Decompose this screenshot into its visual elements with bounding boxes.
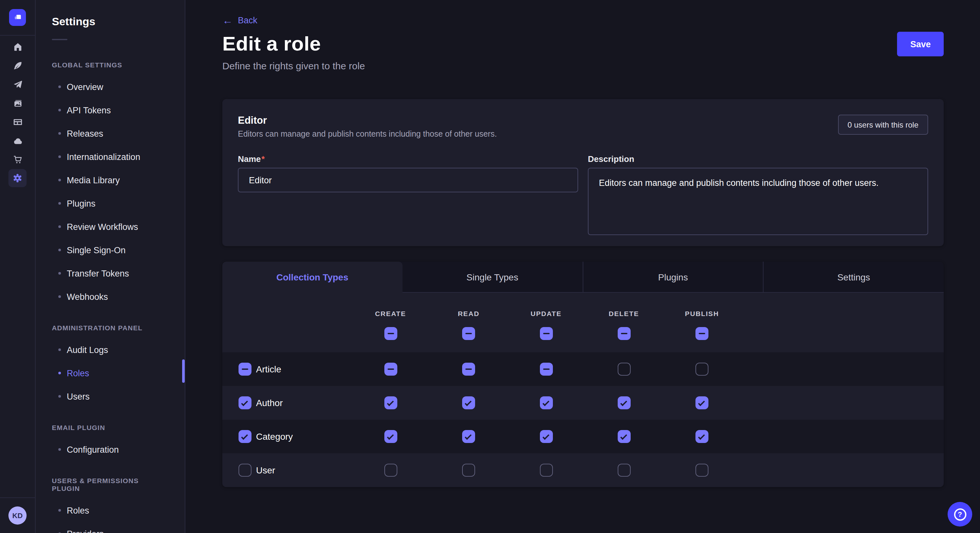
sidebar-item-providers[interactable]: Providers [36, 522, 185, 533]
save-button[interactable]: Save [897, 32, 944, 56]
select-all-update-checkbox[interactable] [539, 327, 552, 340]
column-header-create: CREATE [375, 309, 406, 317]
user-create-checkbox[interactable] [384, 464, 397, 477]
name-label: Name* [238, 154, 578, 164]
author-read-checkbox[interactable] [462, 397, 475, 409]
permissions-table-header: CREATEREADUPDATEDELETEPUBLISH [222, 293, 944, 352]
category-publish-checkbox[interactable] [695, 430, 708, 443]
permission-row-category: Category [222, 420, 944, 453]
column-header-publish: PUBLISH [685, 309, 719, 317]
category-create-checkbox[interactable] [384, 430, 397, 443]
article-delete-checkbox[interactable] [617, 363, 630, 376]
select-all-create-checkbox[interactable] [384, 327, 397, 340]
settings-gear-icon[interactable] [8, 169, 27, 187]
back-arrow-icon: ← [222, 16, 233, 25]
role-heading-block: Editor Editors can manage and publish co… [238, 115, 497, 139]
row-select-checkbox-user[interactable] [239, 464, 251, 477]
help-button[interactable]: ? [948, 502, 972, 527]
layout-icon[interactable] [8, 113, 27, 131]
author-publish-checkbox[interactable] [695, 397, 708, 409]
sidebar-item-internationalization[interactable]: Internationalization [36, 145, 185, 168]
sidebar-item-audit-logs[interactable]: Audit Logs [36, 338, 185, 362]
sidebar-item-single-sign-on[interactable]: Single Sign-On [36, 238, 185, 262]
sidebar-item-webhooks[interactable]: Webhooks [36, 285, 185, 308]
bullet-icon [58, 395, 61, 398]
author-create-checkbox[interactable] [384, 397, 397, 409]
user-update-checkbox[interactable] [539, 464, 552, 477]
permissions-card: Collection TypesSingle TypesPluginsSetti… [222, 262, 944, 487]
row-select-checkbox-article[interactable] [239, 363, 251, 376]
row-select-checkbox-author[interactable] [239, 397, 251, 409]
category-update-checkbox[interactable] [539, 430, 552, 443]
sidebar-item-roles[interactable]: Roles [36, 499, 185, 522]
main-content: ← Back Edit a role Save Define the right… [185, 0, 980, 533]
bullet-icon [58, 132, 61, 135]
user-read-checkbox[interactable] [462, 464, 475, 477]
sidebar-item-roles[interactable]: Roles [36, 362, 185, 385]
check-icon [698, 433, 705, 439]
sidebar-item-releases[interactable]: Releases [36, 122, 185, 145]
home-icon[interactable] [8, 38, 27, 56]
bullet-icon [58, 509, 61, 512]
row-select-checkbox-category[interactable] [239, 430, 251, 443]
article-create-checkbox[interactable] [384, 363, 397, 376]
media-library-icon[interactable] [8, 94, 27, 112]
category-delete-checkbox[interactable] [617, 430, 630, 443]
bullet-icon [58, 86, 61, 88]
bullet-icon [58, 272, 61, 274]
tab-collection-types[interactable]: Collection Types [222, 262, 402, 293]
sidebar-item-plugins[interactable]: Plugins [36, 192, 185, 215]
sidebar-item-label: Single Sign-On [67, 245, 126, 255]
select-all-delete-checkbox[interactable] [617, 327, 630, 340]
bullet-icon [58, 225, 61, 228]
users-with-role-button[interactable]: 0 users with this role [838, 115, 928, 135]
role-name-heading: Editor [238, 115, 497, 126]
article-publish-checkbox[interactable] [695, 363, 708, 376]
sidebar-title: Settings [52, 16, 185, 29]
sidebar-item-configuration[interactable]: Configuration [36, 438, 185, 461]
category-read-checkbox[interactable] [462, 430, 475, 443]
sidebar-item-overview[interactable]: Overview [36, 75, 185, 98]
article-read-checkbox[interactable] [462, 363, 475, 376]
column-header-delete: DELETE [609, 309, 639, 317]
cloud-icon[interactable] [8, 132, 27, 150]
description-field-group: Description Editors can manage and publi… [588, 154, 928, 238]
sidebar-item-api-tokens[interactable]: API Tokens [36, 98, 185, 122]
tab-single-types[interactable]: Single Types [402, 262, 583, 293]
check-icon [465, 399, 471, 406]
author-update-checkbox[interactable] [539, 397, 552, 409]
check-icon [542, 433, 549, 439]
row-label: Article [256, 364, 281, 374]
back-link[interactable]: ← Back [222, 16, 257, 25]
select-all-publish-checkbox[interactable] [695, 327, 708, 340]
indeterminate-dash-icon [620, 333, 627, 335]
sidebar-section-label: ADMINISTRATION PANEL [52, 324, 169, 332]
sidebar-item-users[interactable]: Users [36, 385, 185, 408]
user-delete-checkbox[interactable] [617, 464, 630, 477]
tab-settings[interactable]: Settings [763, 262, 944, 293]
strapi-logo[interactable] [9, 9, 26, 26]
article-update-checkbox[interactable] [539, 363, 552, 376]
paper-plane-icon[interactable] [8, 75, 27, 93]
sidebar-item-media-library[interactable]: Media Library [36, 168, 185, 192]
author-delete-checkbox[interactable] [617, 397, 630, 409]
user-avatar[interactable]: KD [8, 506, 27, 525]
sidebar-item-label: Transfer Tokens [67, 268, 129, 278]
sidebar-title-divider [52, 39, 67, 40]
indeterminate-dash-icon [543, 333, 549, 335]
feather-icon[interactable] [8, 56, 27, 75]
sidebar-item-transfer-tokens[interactable]: Transfer Tokens [36, 262, 185, 285]
active-item-indicator [182, 359, 185, 383]
role-name-input[interactable] [238, 168, 578, 192]
sidebar-item-label: Audit Logs [67, 345, 108, 355]
marketplace-cart-icon[interactable] [8, 150, 27, 168]
user-publish-checkbox[interactable] [695, 464, 708, 477]
role-description-textarea[interactable]: Editors can manage and publish contents … [588, 168, 928, 235]
sidebar-item-review-workflows[interactable]: Review Workflows [36, 215, 185, 238]
permission-row-author: Author [222, 386, 944, 420]
tab-plugins[interactable]: Plugins [582, 262, 763, 293]
check-icon [387, 433, 393, 439]
indeterminate-dash-icon [465, 368, 472, 370]
sidebar-item-label: Roles [67, 368, 89, 378]
select-all-read-checkbox[interactable] [462, 327, 475, 340]
